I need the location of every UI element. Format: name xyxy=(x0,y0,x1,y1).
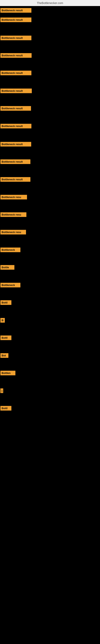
bottleneck-bar-3: Bottleneck result xyxy=(0,36,31,40)
bottleneck-bar-10: Bottleneck result xyxy=(0,160,30,164)
bottleneck-bar-23: | xyxy=(0,388,3,393)
bottleneck-bar-17: Bottleneck xyxy=(0,283,20,288)
bottleneck-bar-9: Bottleneck result xyxy=(0,142,31,146)
bottleneck-bar-15: Bottleneck xyxy=(0,248,20,252)
bottleneck-bar-13: Bottleneck resu xyxy=(0,212,26,217)
bottleneck-bar-21: Bot xyxy=(0,353,8,358)
bottleneck-bar-22: Bottlen xyxy=(0,371,15,375)
bottleneck-bar-7: Bottleneck result xyxy=(0,106,31,111)
bottleneck-bar-8: Bottleneck result xyxy=(0,124,31,128)
bottleneck-bar-1: Bottleneck result xyxy=(0,8,31,13)
bottleneck-bar-20: Bottl xyxy=(0,336,11,340)
site-header: TheBottlenecker.com xyxy=(0,0,100,6)
bottleneck-bar-24: Bottl xyxy=(0,406,11,410)
bottleneck-bar-14: Bottleneck resu xyxy=(0,230,26,234)
bottleneck-bar-18: Bottl xyxy=(0,300,11,305)
bottleneck-bar-4: Bottleneck result xyxy=(0,53,32,58)
bottleneck-bar-19: B xyxy=(0,318,5,322)
bottleneck-bar-16: Bottle xyxy=(0,265,14,270)
site-title: TheBottlenecker.com xyxy=(37,2,63,5)
bottleneck-bar-6: Bottleneck result xyxy=(0,88,32,93)
bottleneck-bar-2: Bottleneck result xyxy=(0,18,31,22)
bottleneck-bar-11: Bottleneck result xyxy=(0,177,30,182)
bottleneck-bar-5: Bottleneck result xyxy=(0,71,31,75)
bottleneck-bar-12: Bottleneck resu xyxy=(0,195,27,200)
